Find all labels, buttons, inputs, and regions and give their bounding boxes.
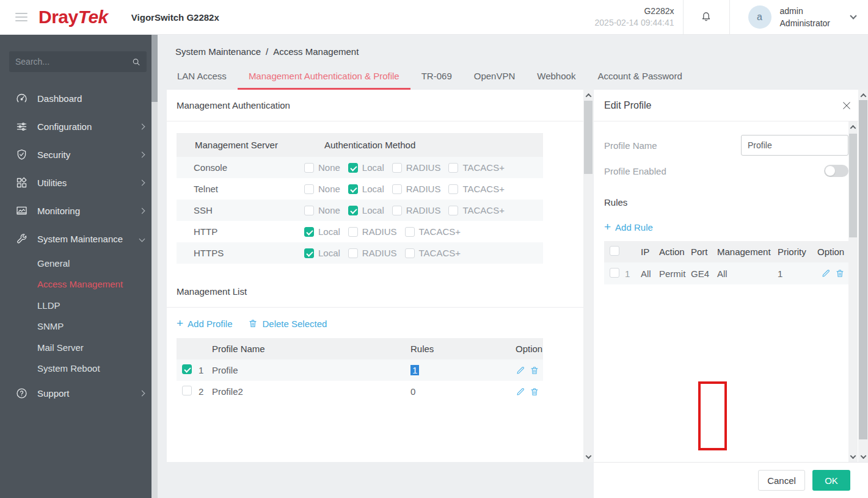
method-tacacs-plus[interactable]: TACACS+ — [405, 226, 461, 237]
checkbox-none[interactable] — [304, 206, 314, 215]
sidebar-item-general[interactable]: General — [0, 253, 158, 274]
sidebar-item-dashboard[interactable]: Dashboard — [0, 84, 158, 112]
trash-icon — [248, 319, 258, 328]
checkbox-local[interactable] — [348, 206, 358, 215]
hamburger-menu-icon[interactable] — [15, 13, 27, 21]
scroll-down-arrow[interactable] — [858, 452, 868, 461]
scroll-down-arrow[interactable] — [583, 452, 593, 461]
sidebar-item-snmp[interactable]: SNMP — [0, 316, 158, 337]
plus-icon: + — [177, 317, 183, 329]
delete-icon[interactable] — [530, 387, 539, 397]
sidebar-item-configuration[interactable]: Configuration — [0, 112, 158, 140]
row-index: 1 — [199, 365, 212, 375]
search-input[interactable] — [9, 57, 132, 67]
scroll-up-arrow[interactable] — [583, 90, 593, 100]
sidebar-item-mail-server[interactable]: Mail Server — [0, 337, 158, 358]
checkbox-tacacs-plus[interactable] — [448, 163, 458, 173]
checkbox-none[interactable] — [304, 163, 314, 173]
checkbox-local[interactable] — [348, 184, 358, 194]
row-checkbox[interactable] — [182, 364, 192, 374]
method-none[interactable]: None — [304, 184, 340, 194]
checkbox-radius[interactable] — [348, 248, 358, 258]
method-radius[interactable]: RADIUS — [348, 226, 397, 237]
checkbox-none[interactable] — [304, 184, 314, 194]
notification-bell-button[interactable] — [684, 11, 729, 23]
method-local[interactable]: Local — [304, 226, 340, 237]
tab-webhook[interactable]: Webhook — [526, 67, 586, 90]
select-all-checkbox[interactable] — [610, 246, 619, 256]
method-tacacs-plus[interactable]: TACACS+ — [448, 205, 505, 215]
option-icons — [509, 387, 543, 397]
method-radius[interactable]: RADIUS — [348, 248, 397, 258]
method-radius[interactable]: RADIUS — [392, 205, 441, 215]
row-checkbox[interactable] — [182, 386, 192, 395]
user-menu[interactable]: a admin Administrator — [730, 5, 868, 29]
edit-icon[interactable] — [821, 269, 831, 278]
method-local[interactable]: Local — [348, 184, 384, 194]
checkbox-tacacs-plus[interactable] — [448, 206, 458, 215]
rule-action: Permit — [659, 269, 691, 279]
scroll-up-arrow[interactable] — [858, 90, 868, 100]
edit-panel-scrollbar-thumb[interactable] — [849, 134, 857, 237]
search-icon[interactable] — [132, 57, 140, 67]
rules-label: Rules — [604, 197, 848, 208]
method-local[interactable]: Local — [304, 248, 340, 258]
sidebar-scrollbar-thumb[interactable] — [151, 35, 158, 102]
sidebar-item-system-maintenance[interactable]: System Maintenance — [0, 225, 158, 253]
close-button[interactable] — [841, 100, 852, 111]
profile-name-input[interactable] — [741, 135, 848, 156]
sidebar-item-security[interactable]: Security — [0, 140, 158, 168]
management-authentication-table: Management Server Authentication Method … — [177, 133, 543, 264]
checkbox-tacacs-plus[interactable] — [448, 184, 458, 194]
sidebar-item-monitoring[interactable]: Monitoring — [0, 197, 158, 225]
method-none[interactable]: None — [304, 205, 340, 215]
management-authentication-panel: Management Authentication Management Ser… — [167, 90, 583, 462]
sidebar-item-utilities[interactable]: Utilities — [0, 168, 158, 197]
cancel-button[interactable]: Cancel — [758, 470, 805, 491]
tab-account-password[interactable]: Account & Password — [586, 67, 693, 90]
breadcrumb-parent[interactable]: System Maintenance — [175, 46, 261, 57]
method-none[interactable]: None — [304, 162, 340, 173]
tab-openvpn[interactable]: OpenVPN — [463, 67, 527, 90]
checkbox-tacacs-plus[interactable] — [405, 227, 415, 237]
checkbox-local[interactable] — [304, 227, 314, 237]
method-local[interactable]: Local — [348, 205, 384, 215]
method-tacacs-plus[interactable]: TACACS+ — [448, 184, 505, 194]
rule-checkbox[interactable] — [610, 268, 619, 278]
main-scrollbar-thumb[interactable] — [584, 101, 593, 174]
checkbox-local[interactable] — [304, 248, 314, 258]
edit-icon[interactable] — [516, 366, 525, 375]
tab-management-authentication-profile[interactable]: Management Authentication & Profile — [238, 67, 410, 90]
method-tacacs-plus[interactable]: TACACS+ — [405, 248, 461, 258]
method-radius[interactable]: RADIUS — [392, 162, 441, 173]
option-icons — [815, 269, 848, 278]
delete-icon[interactable] — [835, 269, 845, 278]
sidebar-item-support[interactable]: Support — [0, 379, 158, 407]
tab-tr069[interactable]: TR-069 — [410, 67, 463, 90]
delete-selected-button[interactable]: Delete Selected — [248, 319, 327, 329]
add-profile-button[interactable]: + Add Profile — [177, 319, 232, 329]
profile-name: Profile — [212, 365, 410, 375]
method-tacacs-plus[interactable]: TACACS+ — [448, 162, 505, 173]
scroll-up-arrow[interactable] — [848, 122, 858, 132]
checkbox-radius[interactable] — [392, 206, 402, 215]
scroll-down-arrow[interactable] — [848, 452, 858, 461]
tab-lan-access[interactable]: LAN Access — [166, 67, 238, 90]
checkbox-radius[interactable] — [392, 163, 402, 173]
method-radius[interactable]: RADIUS — [392, 184, 441, 194]
checkbox-radius[interactable] — [348, 227, 358, 237]
delete-icon[interactable] — [530, 366, 539, 375]
add-rule-button[interactable]: + Add Rule — [604, 222, 848, 233]
checkbox-radius[interactable] — [392, 184, 402, 194]
ok-button[interactable]: OK — [812, 470, 850, 491]
page-scrollbar-thumb[interactable] — [859, 100, 867, 439]
avatar: a — [748, 5, 771, 29]
checkbox-tacacs-plus[interactable] — [405, 248, 415, 258]
sidebar-item-lldp[interactable]: LLDP — [0, 295, 158, 316]
sidebar-item-access-management[interactable]: Access Management — [0, 274, 158, 295]
profile-enabled-toggle[interactable] — [824, 165, 848, 177]
sidebar-item-system-reboot[interactable]: System Reboot — [0, 358, 158, 380]
checkbox-local[interactable] — [348, 163, 358, 173]
method-local[interactable]: Local — [348, 162, 384, 173]
edit-icon[interactable] — [516, 387, 525, 397]
